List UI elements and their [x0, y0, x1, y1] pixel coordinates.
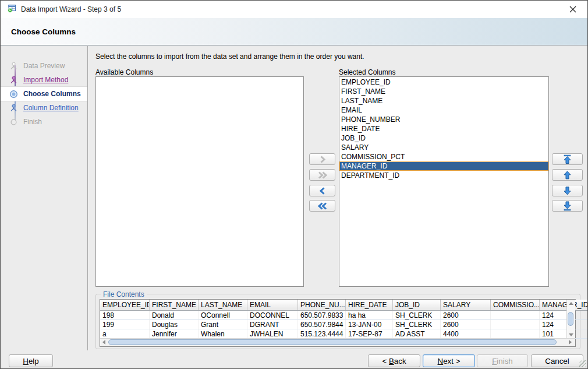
file-column-header[interactable]: PHONE_NU... [298, 300, 346, 311]
chevron-left-icon [317, 187, 328, 195]
file-cell: 198 [100, 311, 150, 320]
close-button[interactable] [565, 2, 580, 17]
selected-column-item[interactable]: JOB_ID [339, 133, 548, 143]
file-cell [491, 311, 540, 320]
step-label: Data Preview [23, 62, 65, 70]
file-cell: Whalen [199, 329, 247, 339]
file-column-header[interactable]: FIRST_NAME [150, 300, 199, 311]
selected-column-item[interactable]: DEPARTMENT_ID [339, 171, 548, 180]
selected-column-item[interactable]: EMPLOYEE_ID [339, 78, 548, 87]
step-label: Column Definition [23, 104, 79, 112]
data-import-wizard-window: Data Import Wizard - Step 3 of 5 Choose … [0, 0, 588, 369]
instruction-text: Select the columns to import from the da… [95, 52, 364, 61]
file-column-header[interactable]: LAST_NAME [199, 300, 247, 311]
move-all-left-button[interactable] [309, 200, 335, 212]
selected-column-item[interactable]: SALARY [339, 143, 548, 152]
table-row[interactable]: aJenniferWhalenJWHALEN515.123.444417-SEP… [100, 329, 588, 339]
table-row[interactable]: 198DonaldOConnellDOCONNEL650.507.9833ha … [100, 311, 588, 320]
selected-column-item[interactable]: FIRST_NAME [339, 87, 548, 96]
file-cell: OConnell [199, 311, 247, 320]
selected-columns-label: Selected Columns [339, 68, 395, 76]
step-choose-columns[interactable]: Choose Columns [1, 87, 87, 101]
file-cell [491, 329, 540, 339]
resize-grip[interactable] [579, 360, 586, 367]
file-column-header[interactable]: HIRE_DATE [346, 300, 393, 311]
scroll-down-arrow-icon[interactable] [569, 333, 573, 336]
scroll-up-arrow-icon[interactable] [569, 302, 573, 305]
file-contents-grid: EMPLOYEE_IDFIRST_NAMELAST_NAMEEMAILPHONE… [100, 299, 576, 347]
table-row[interactable]: 199DouglasGrantDGRANT650.507.984413-JAN-… [100, 320, 588, 329]
double-chevron-right-icon [316, 171, 329, 179]
selected-columns-list[interactable]: EMPLOYEE_IDFIRST_NAMELAST_NAMEEMAILPHONE… [339, 76, 549, 287]
circle-step-icon [9, 118, 18, 126]
current-step-radio-icon [9, 90, 18, 99]
close-icon [569, 6, 576, 13]
vertical-scrollbar[interactable] [566, 300, 575, 339]
file-cell: DOCONNEL [247, 311, 298, 320]
file-cell: Grant [199, 320, 247, 329]
file-cell: 13-JAN-00 [346, 320, 393, 329]
file-cell: Douglas [150, 320, 199, 329]
wizard-steps-sidebar: Data Preview Import Method [1, 46, 88, 350]
file-cell: 2600 [441, 311, 491, 320]
help-button[interactable]: Help [9, 354, 53, 367]
selected-column-item[interactable]: COMMISSION_PCT [339, 152, 548, 161]
file-cell: 199 [100, 320, 150, 329]
file-cell: 515.123.4444 [298, 329, 346, 339]
file-cell: 4400 [441, 329, 491, 339]
cancel-button[interactable]: Cancel [531, 354, 583, 367]
person-step-icon [9, 76, 18, 85]
file-preview-table: EMPLOYEE_IDFIRST_NAMELAST_NAMEEMAILPHONE… [100, 300, 588, 339]
file-column-header[interactable]: COMMISSIO... [491, 300, 540, 311]
horizontal-scrollbar[interactable] [100, 338, 575, 346]
selected-column-item[interactable]: MANAGER_ID [339, 161, 548, 171]
back-button[interactable]: < Back [368, 354, 420, 367]
selected-column-item[interactable]: EMAIL [339, 106, 548, 115]
move-to-bottom-button[interactable] [552, 200, 583, 212]
move-left-button[interactable] [309, 185, 335, 196]
file-column-header[interactable]: SALARY [441, 300, 491, 311]
next-button[interactable]: Next > [423, 354, 475, 367]
title-bar: Data Import Wizard - Step 3 of 5 [1, 1, 587, 18]
file-cell: 124 [540, 311, 588, 320]
file-cell: 101 [540, 329, 588, 339]
table-import-icon [8, 4, 16, 15]
horizontal-scroll-thumb[interactable] [108, 339, 557, 345]
file-column-header[interactable]: JOB_ID [393, 300, 441, 311]
move-up-button[interactable] [552, 169, 583, 181]
person-step-icon [9, 62, 18, 71]
chevron-right-icon [317, 156, 328, 163]
arrow-down-icon [562, 186, 572, 196]
window-title: Data Import Wizard - Step 3 of 5 [21, 5, 121, 13]
file-cell [491, 320, 540, 329]
move-to-top-button[interactable] [552, 153, 583, 165]
scroll-right-arrow-icon[interactable] [569, 340, 572, 345]
available-columns-list[interactable] [95, 76, 304, 287]
person-step-icon [9, 104, 18, 113]
file-column-header[interactable]: EMPLOYEE_ID [100, 300, 150, 311]
file-cell: 124 [540, 320, 588, 329]
file-table-header-row: EMPLOYEE_IDFIRST_NAMELAST_NAMEEMAILPHONE… [100, 300, 588, 311]
step-data-preview: Data Preview [1, 59, 87, 73]
step-import-method[interactable]: Import Method [1, 73, 87, 87]
step-label: Import Method [23, 76, 68, 84]
scroll-left-arrow-icon[interactable] [102, 340, 105, 345]
arrow-to-top-icon [562, 154, 572, 164]
file-cell: AD ASST [393, 329, 441, 339]
step-column-definition[interactable]: Column Definition [1, 101, 87, 115]
file-contents-label: File Contents [101, 290, 147, 298]
file-column-header[interactable]: EMAIL [247, 300, 298, 311]
file-cell: 17-SEP-87 [346, 329, 393, 339]
selected-column-item[interactable]: LAST_NAME [339, 96, 548, 106]
file-cell: 650.507.9833 [298, 311, 346, 320]
vertical-scroll-thumb[interactable] [568, 312, 573, 326]
move-down-button[interactable] [552, 185, 583, 196]
file-cell: DGRANT [247, 320, 298, 329]
file-cell: SH_CLERK [393, 311, 441, 320]
selected-column-item[interactable]: HIRE_DATE [339, 124, 548, 133]
file-cell: JWHALEN [247, 329, 298, 339]
selected-column-item[interactable]: PHONE_NUMBER [339, 115, 548, 124]
file-column-header[interactable]: MANAGER_ID [540, 300, 588, 311]
file-cell: 2600 [441, 320, 491, 329]
move-right-button [309, 153, 335, 165]
